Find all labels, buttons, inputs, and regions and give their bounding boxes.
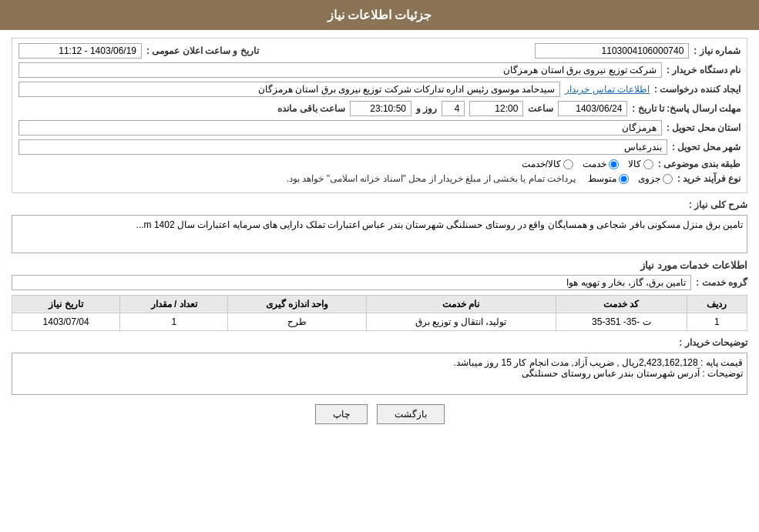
radio-kala-label: کالا xyxy=(628,159,641,169)
radio-kala-khedmat: کالا/خدمت xyxy=(522,159,573,169)
radio-kala: کالا xyxy=(628,159,653,169)
footer-buttons: بازگشت چاپ xyxy=(12,404,747,432)
noeFarayand-label: نوع فرآیند خرید : xyxy=(677,173,741,184)
estanTahvil-value: هرمزگان xyxy=(18,120,662,136)
radio-motavaset-input[interactable] xyxy=(619,174,629,184)
mande-label: ساعت باقی مانده xyxy=(277,103,345,114)
radio-jozvi-label: جزوی xyxy=(638,173,660,184)
pasokh-mande: 23:10:50 xyxy=(350,101,411,116)
tosihKharidar-label: توضیحات خریدار : xyxy=(670,337,747,348)
namDastgah-label: نام دستگاه خریدار : xyxy=(667,65,741,75)
radio-kala-input[interactable] xyxy=(643,159,653,169)
noeFarayand-note: پرداخت تمام یا بخشی از مبلغ خریدار از مح… xyxy=(287,173,576,184)
namDastgah-row: نام دستگاه خریدار : شرکت توزیع نیروی برق… xyxy=(18,62,741,78)
radio-motavaset: متوسط xyxy=(588,173,629,184)
page-title: جزئیات اطلاعات نیاز xyxy=(0,0,759,30)
pasokh-saat: 12:00 xyxy=(469,101,523,116)
btn-chap[interactable]: چاپ xyxy=(315,404,368,424)
pasokh-roz: 4 xyxy=(442,101,465,116)
sharhKolli-label: شرح کلی نیاز : xyxy=(670,199,747,210)
saat-label: ساعت xyxy=(528,103,553,114)
col-radif: ردیف xyxy=(687,296,747,313)
col-kod-khedmat: کد خدمت xyxy=(556,296,687,313)
tabaqebandi-radio-group: کالا خدمت کالا/خدمت xyxy=(522,159,653,169)
shomareNiaz-row: شماره نیاز : 1103004106000740 تاریخ و سا… xyxy=(18,43,741,59)
estanTahvil-row: استان محل تحویل : هرمزگان xyxy=(18,120,741,136)
roz-label: روز و xyxy=(416,103,437,114)
ijadKonande-value: سیدحامد موسوی رئیس اداره تدارکات شرکت تو… xyxy=(18,82,560,97)
table-row: 1ت -35- 351-35تولید، انتقال و توزیع برقط… xyxy=(12,313,747,331)
radio-khedmat: خدمت xyxy=(583,159,619,169)
radio-khedmat-label: خدمت xyxy=(583,159,606,169)
col-tedad: تعداد / مقدار xyxy=(120,296,228,313)
noeFarayand-radio-group: جزوی متوسط xyxy=(588,173,673,184)
mohlatErsalPasokh-row: مهلت ارسال پاسخ: تا تاریخ : 1403/06/24 س… xyxy=(18,101,741,116)
tabaqebandi-label: طبقه بندی موضوعی : xyxy=(658,159,741,169)
col-tarikh-niaz: تاریخ نیاز xyxy=(12,296,120,313)
tarikhElan-label: تاریخ و ساعت اعلان عمومی : xyxy=(146,45,259,56)
tosihKharidar-value: قیمت پایه : 2,423,162,128ریال , ضریب آزا… xyxy=(12,353,747,395)
sharhKolli-row: شرح کلی نیاز : تامین برق منزل مسکونی باف… xyxy=(12,199,747,253)
btn-bazgasht[interactable]: بازگشت xyxy=(377,404,445,424)
groupeKhedmat-row: گروه خدمت : تامین برق، گاز، بخار و تهویه… xyxy=(12,275,747,290)
ijadKonande-label: ایجاد کننده درخواست : xyxy=(654,84,741,95)
tabaqebandi-row: طبقه بندی موضوعی : کالا خدمت کالا/خدمت xyxy=(18,159,741,169)
estanTahvil-label: استان محل تحویل : xyxy=(667,122,741,133)
col-vahed-andaze: واحد اندازه گیری xyxy=(228,296,366,313)
groupeKhedmat-label: گروه خدمت : xyxy=(696,277,747,288)
radio-kala-khedmat-input[interactable] xyxy=(563,159,573,169)
radio-kala-khedmat-label: کالا/خدمت xyxy=(522,159,561,169)
main-form-section: شماره نیاز : 1103004106000740 تاریخ و سا… xyxy=(12,38,747,193)
radio-khedmat-input[interactable] xyxy=(609,159,619,169)
groupeKhedmat-value: تامین برق، گاز، بخار و تهویه هوا xyxy=(12,275,691,290)
tosihKharidar-row: توضیحات خریدار : قیمت پایه : 2,423,162,1… xyxy=(12,337,747,395)
radio-jozvi: جزوی xyxy=(638,173,673,184)
shomareNiaz-label: شماره نیاز : xyxy=(694,45,741,56)
ijad-konande-link[interactable]: اطلاعات تماس خریدار xyxy=(565,84,650,95)
shomareNiaz-value: 1103004106000740 xyxy=(535,43,689,59)
shahrTahvil-label: شهر محل تحویل : xyxy=(672,142,741,152)
col-nam-khedmat: نام خدمت xyxy=(366,296,556,313)
namDastgah-value: شرکت توزیع نیروی برق استان هرمزگان xyxy=(18,62,662,78)
sharhKolli-value: تامین برق منزل مسکونی بافر شجاعی و همسای… xyxy=(12,215,747,253)
services-table: ردیف کد خدمت نام خدمت واحد اندازه گیری ت… xyxy=(12,295,747,331)
khadamat-section-title: اطلاعات خدمات مورد نیاز xyxy=(12,259,747,271)
shahrTahvil-value: بندرعباس xyxy=(18,139,667,155)
pasokh-date: 1403/06/24 xyxy=(558,101,627,116)
radio-motavaset-label: متوسط xyxy=(588,173,616,184)
ijadKonande-row: ایجاد کننده درخواست : اطلاعات تماس خریدا… xyxy=(18,82,741,97)
mohlatErsalPasokh-label: مهلت ارسال پاسخ: تا تاریخ : xyxy=(632,103,741,114)
table-header-row: ردیف کد خدمت نام خدمت واحد اندازه گیری ت… xyxy=(12,296,747,313)
noeFarayand-row: نوع فرآیند خرید : جزوی متوسط پرداخت تمام… xyxy=(18,173,741,184)
shahrTahvil-row: شهر محل تحویل : بندرعباس xyxy=(18,139,741,155)
tarikhElan-value: 1403/06/19 - 11:12 xyxy=(18,43,142,59)
radio-jozvi-input[interactable] xyxy=(663,174,673,184)
